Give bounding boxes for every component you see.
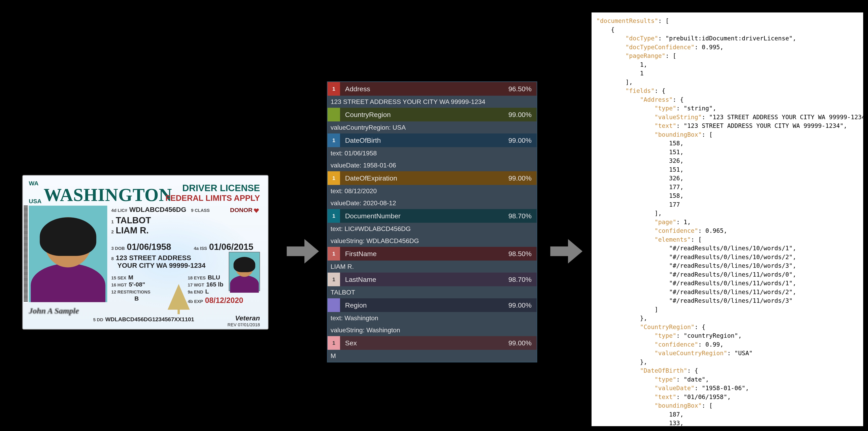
tree-icon — [167, 284, 190, 314]
field-badge: 1 — [328, 336, 340, 350]
field-row-documentnumber[interactable]: 1DocumentNumber98.70% — [328, 209, 537, 223]
field-name: CountryRegion — [340, 111, 508, 119]
avatar-body-mini — [230, 275, 259, 293]
avatar-hair-mini — [234, 257, 255, 272]
field-confidence: 99.00% — [508, 301, 537, 309]
field-row-address[interactable]: 1Address96.50% — [328, 82, 537, 96]
label-rest: 12 RESTRICTIONS — [111, 290, 150, 295]
field-rest: 12 RESTRICTIONS — [111, 288, 152, 295]
avatar-hair — [40, 217, 96, 256]
label-dd: 5 DD — [93, 317, 103, 322]
field-row-sex[interactable]: 1Sex99.00% — [328, 336, 537, 350]
label-address: 8 — [111, 256, 114, 261]
field-confidence: 96.50% — [508, 85, 537, 93]
value-sex: M — [128, 274, 133, 280]
avatar-body — [31, 264, 105, 302]
field-detail: text: 08/12/2020 — [328, 185, 537, 197]
driver-license-card: 1234567XX1101 20 WA USA WASHINGTON DRIVE… — [22, 175, 269, 330]
field-detail: LIAM R. — [328, 261, 537, 273]
field-badge: 1 — [328, 273, 340, 286]
field-detail: 123 STREET ADDRESS YOUR CITY WA 99999-12… — [328, 96, 537, 108]
label-eyes: 18 EYES — [188, 275, 206, 280]
field-lic: 4d LIC#WDLABCD456DG 9 CLASS — [111, 206, 212, 213]
field-row-lastname[interactable]: 1LastName98.70% — [328, 273, 537, 286]
value-exp: 08/12/2020 — [205, 296, 243, 304]
field-name: Region — [340, 301, 508, 309]
field-name: FirstName — [340, 250, 508, 258]
value-wgt: 165 lb — [206, 281, 223, 288]
label-hgt: 16 HGT — [111, 283, 127, 288]
field-badge: 1 — [328, 82, 340, 96]
label-wgt: 17 WGT — [188, 283, 204, 288]
field-confidence: 99.00% — [508, 111, 537, 119]
label-firstname: 2 — [111, 229, 114, 234]
field-wgt: 17 WGT165 lb — [188, 281, 223, 288]
field-name: DateOfExpiration — [340, 174, 508, 182]
field-detail: text: 01/06/1958 — [328, 147, 537, 159]
field-confidence: 99.00% — [508, 339, 537, 347]
state-name: WASHINGTON — [44, 186, 172, 204]
value-end: L — [205, 288, 209, 295]
field-confidence: 98.70% — [508, 276, 537, 284]
label-lastname: 1 — [111, 219, 114, 224]
label-lic: 4d LIC# — [111, 208, 127, 213]
label-iss: 4a ISS — [194, 246, 207, 251]
field-confidence: 98.70% — [508, 212, 537, 220]
value-lastname: TALBOT — [116, 215, 151, 225]
field-name: LastName — [340, 276, 508, 284]
barcode-stripe — [24, 206, 28, 302]
field-firstname: 2LIAM R. — [111, 225, 149, 235]
field-confidence: 99.00% — [508, 174, 537, 182]
license-subtitle: FEDERAL LIMITS APPLY — [165, 194, 260, 203]
field-row-firstname[interactable]: 1FirstName98.50% — [328, 247, 537, 261]
field-sex: 15 SEXM — [111, 274, 133, 281]
field-detail: valueString: Washington — [328, 324, 537, 336]
photo-mini — [229, 252, 260, 291]
label-exp: 4b EXP — [188, 299, 203, 304]
value-rest: B — [134, 295, 139, 302]
signature: John A Sample — [29, 306, 79, 316]
field-row-dateofbirth[interactable]: 1DateOfBirth99.00% — [328, 133, 537, 147]
json-output-panel: "documentResults": [ { "docType": "prebu… — [592, 12, 863, 426]
field-name: DateOfBirth — [340, 136, 508, 144]
field-name: Sex — [340, 339, 508, 347]
label-end: 9a END — [188, 290, 203, 295]
field-end: 9a ENDL — [188, 288, 209, 295]
photo-main — [29, 206, 107, 302]
veteran-label: Veteran — [235, 314, 260, 322]
field-badge — [328, 108, 340, 122]
field-detail: valueDate: 2020-08-12 — [328, 197, 537, 209]
field-badge: 1 — [328, 209, 340, 223]
field-detail: TALBOT — [328, 286, 537, 298]
field-hgt: 16 HGT5'-08" — [111, 281, 145, 288]
field-badge — [328, 298, 340, 312]
label-class: 9 CLASS — [191, 208, 210, 213]
label-dob: 3 DOB — [111, 246, 125, 251]
field-detail: M — [328, 350, 537, 362]
field-confidence: 99.00% — [508, 136, 537, 144]
value-dd: WDLABCD456DG1234567XX1101 — [105, 316, 194, 323]
field-badge: 1 — [328, 133, 340, 147]
field-detail: valueString: WDLABCD456DG — [328, 235, 537, 247]
value-hgt: 5'-08" — [129, 281, 145, 288]
value-iss: 01/06/2015 — [209, 242, 253, 252]
value-dob: 01/06/1958 — [127, 242, 171, 252]
label-sex: 15 SEX — [111, 275, 126, 280]
field-dd: 5 DDWDLABCD456DG1234567XX1101 — [93, 316, 194, 323]
field-row-dateofexpiration[interactable]: 1DateOfExpiration99.00% — [328, 171, 537, 185]
field-detail: text: LIC#WDLABCD456DG — [328, 223, 537, 235]
field-dob: 3 DOB01/06/1958 — [111, 242, 171, 252]
field-lastname: 1TALBOT — [111, 215, 151, 225]
field-row-countryregion[interactable]: CountryRegion99.00% — [328, 108, 537, 122]
field-eyes: 18 EYESBLU — [188, 274, 220, 281]
value-lic: WDLABCD456DG — [129, 206, 186, 213]
state-abbrev-2: USA — [29, 198, 41, 204]
field-detail: text: Washington — [328, 312, 537, 324]
value-eyes: BLU — [208, 274, 220, 280]
arrow-right-icon — [287, 235, 319, 267]
value-firstname: LIAM R. — [116, 225, 149, 235]
field-row-region[interactable]: Region99.00% — [328, 298, 537, 312]
arrow-right-icon — [550, 235, 583, 267]
field-exp: 4b EXP08/12/2020 — [188, 296, 243, 305]
field-badge: 1 — [328, 247, 340, 261]
